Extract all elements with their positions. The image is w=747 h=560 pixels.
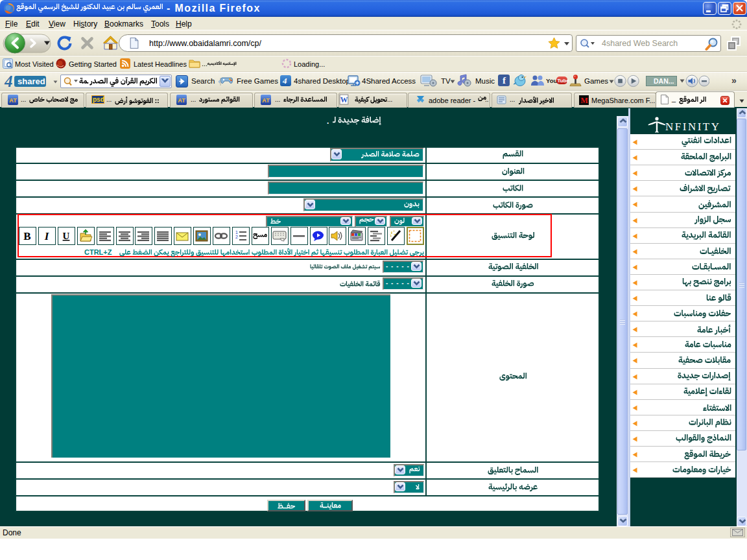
svg-text:2: 2 <box>235 235 238 239</box>
svg-text:1: 1 <box>235 230 238 235</box>
svg-text:AT: AT <box>262 97 270 104</box>
svg-text:AT: AT <box>9 97 17 104</box>
svg-text:W: W <box>340 96 348 104</box>
svg-text:U: U <box>62 231 69 241</box>
svg-text:B: B <box>23 230 30 242</box>
svg-text:I: I <box>44 230 50 242</box>
svg-text:AT: AT <box>178 97 185 104</box>
